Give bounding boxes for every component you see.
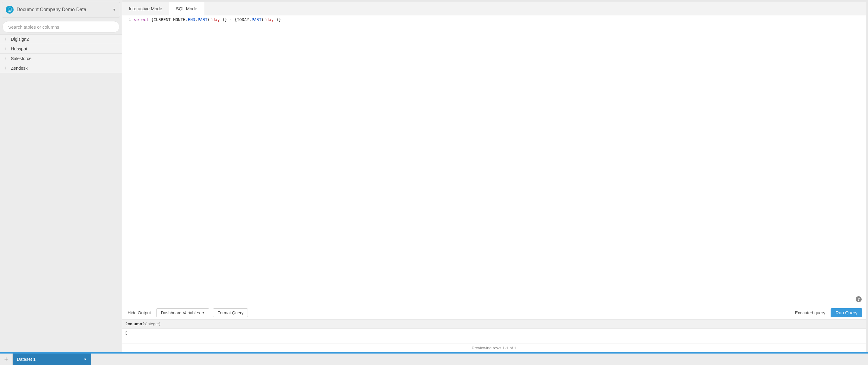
editor-content[interactable]: select {CURRENT_MONTH.END.PART('day')} -… — [133, 16, 866, 306]
results-footer: Previewing rows 1-1 of 1 — [122, 343, 866, 352]
table-item[interactable]: 〉 Hubspot — [0, 44, 122, 54]
format-query-button[interactable]: Format Query — [213, 308, 248, 317]
results-header: ?column? (integer) — [122, 320, 866, 329]
chevron-down-icon: ▼ — [113, 7, 116, 12]
column-name: ?column? — [125, 322, 145, 326]
executed-query-link[interactable]: Executed query — [795, 310, 826, 315]
run-query-button[interactable]: Run Query — [831, 308, 862, 317]
tab-interactive-mode[interactable]: Interactive Mode — [122, 2, 169, 15]
table-name: Zendesk — [11, 66, 28, 70]
sidebar: Document Company Demo Data ▼ 〉 Digisign2… — [0, 0, 122, 352]
tab-sql-mode[interactable]: SQL Mode — [169, 2, 204, 16]
table-item[interactable]: 〉 Zendesk — [0, 63, 122, 73]
cell-value: 3 — [125, 331, 128, 335]
table-name: Salesforce — [11, 56, 32, 61]
help-icon[interactable]: ? — [856, 296, 862, 302]
line-number: 1 — [122, 17, 131, 22]
sql-editor[interactable]: 1 select {CURRENT_MONTH.END.PART('day')}… — [122, 16, 866, 306]
table-item[interactable]: 〉 Digisign2 — [0, 34, 122, 44]
table-list: 〉 Digisign2 〉 Hubspot 〉 Salesforce 〉 Zen… — [0, 34, 122, 73]
table-name: Digisign2 — [11, 37, 29, 42]
results-panel: ?column? (integer) 3 Previewing rows 1-1… — [122, 319, 866, 352]
add-dataset-button[interactable]: + — [0, 354, 13, 365]
table-item[interactable]: 〉 Salesforce — [0, 54, 122, 63]
chevron-right-icon: 〉 — [5, 66, 7, 70]
results-row: 3 — [122, 329, 866, 338]
hide-output-button[interactable]: Hide Output — [126, 310, 153, 315]
chevron-right-icon: 〉 — [5, 37, 7, 41]
column-type: (integer) — [145, 322, 160, 326]
line-gutter: 1 — [122, 16, 133, 306]
chevron-right-icon: 〉 — [5, 47, 7, 51]
chevron-right-icon: 〉 — [5, 57, 7, 60]
postgres-icon — [6, 6, 13, 13]
search-input[interactable] — [2, 21, 119, 33]
chevron-down-icon: ▼ — [84, 358, 87, 361]
dataset-tabs: + Dataset 1 ▼ — [0, 354, 868, 365]
datasource-name: Document Company Demo Data — [17, 7, 113, 12]
chevron-down-icon: ▼ — [202, 311, 205, 314]
dataset-tab[interactable]: Dataset 1 ▼ — [13, 354, 91, 365]
datasource-selector[interactable]: Document Company Demo Data ▼ — [2, 2, 120, 18]
table-name: Hubspot — [11, 47, 27, 51]
query-toolbar: Hide Output Dashboard Variables ▼ Format… — [122, 306, 866, 319]
content-area: Interactive Mode SQL Mode 1 select {CURR… — [122, 2, 866, 352]
mode-tabs: Interactive Mode SQL Mode — [122, 2, 866, 16]
dashboard-variables-button[interactable]: Dashboard Variables ▼ — [156, 308, 209, 317]
